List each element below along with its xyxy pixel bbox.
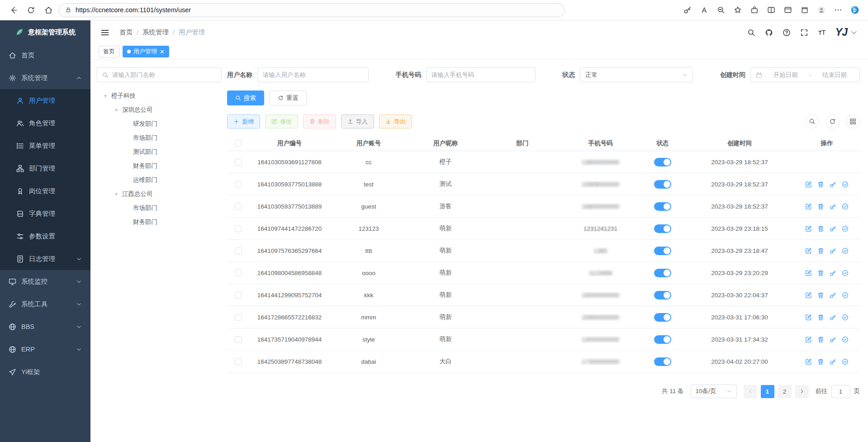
next-page-button[interactable] <box>795 385 809 398</box>
assign-role-icon[interactable] <box>842 314 849 321</box>
browser-profile-avatar[interactable] <box>817 6 825 14</box>
tab-home[interactable]: 首页 ✕ <box>99 46 119 57</box>
row-checkbox[interactable] <box>235 292 242 299</box>
status-toggle[interactable] <box>654 335 671 344</box>
edit-icon[interactable] <box>805 292 812 299</box>
tab-user-mgmt[interactable]: 用户管理 ✕ <box>123 46 169 57</box>
tree-node[interactable]: ▾ 江西总公司 <box>97 187 222 201</box>
department-search-input[interactable] <box>112 71 216 78</box>
page-size-select[interactable]: 10条/页 <box>691 385 737 398</box>
sidebar-item-home[interactable]: 首页 <box>0 44 90 67</box>
reset-password-icon[interactable] <box>830 292 836 299</box>
assign-role-icon[interactable] <box>842 203 849 210</box>
reset-password-icon[interactable] <box>830 314 836 321</box>
reset-button[interactable]: 重置 <box>270 90 307 105</box>
assign-role-icon[interactable] <box>842 358 849 365</box>
row-checkbox[interactable] <box>235 270 242 276</box>
assign-role-icon[interactable] <box>842 336 849 343</box>
phone-input[interactable] <box>432 71 530 78</box>
search-icon[interactable] <box>747 29 755 37</box>
status-toggle[interactable] <box>654 313 671 322</box>
edit-icon[interactable] <box>805 247 812 254</box>
password-icon[interactable] <box>683 6 692 14</box>
tree-node[interactable]: ▾ 研发部门 <box>97 117 222 131</box>
status-toggle[interactable] <box>654 357 671 366</box>
status-select[interactable]: 正常 <box>580 67 693 82</box>
reset-password-icon[interactable] <box>830 203 836 210</box>
row-checkbox[interactable] <box>235 314 242 321</box>
copilot-icon[interactable] <box>851 6 859 14</box>
delete-button[interactable]: 删除 <box>303 114 336 128</box>
breadcrumb-item[interactable]: 系统管理 <box>142 28 169 37</box>
sidebar-item-log-mgmt[interactable]: 日志管理 <box>0 247 90 270</box>
github-icon[interactable] <box>765 29 773 37</box>
assign-role-icon[interactable] <box>842 225 849 232</box>
favorite-icon[interactable] <box>734 6 742 14</box>
username-input[interactable] <box>263 71 363 78</box>
reset-password-icon[interactable] <box>830 247 836 254</box>
sidebar-item-yi-framework[interactable]: Yi框架 <box>0 361 90 383</box>
search-button[interactable]: 搜索 <box>227 90 264 105</box>
zoom-icon[interactable] <box>717 6 725 14</box>
delete-icon[interactable] <box>817 358 824 365</box>
breadcrumb-item[interactable]: 用户管理 <box>179 28 205 37</box>
sidebar-item-bbs[interactable]: BBS <box>0 315 90 338</box>
tree-node[interactable]: ▾ 市场部门 <box>97 201 222 215</box>
delete-icon[interactable] <box>817 247 824 254</box>
help-icon[interactable] <box>783 29 791 37</box>
status-toggle[interactable] <box>654 247 671 255</box>
reset-password-icon[interactable] <box>830 181 836 188</box>
reset-password-icon[interactable] <box>830 225 836 232</box>
edit-icon[interactable] <box>805 181 812 188</box>
status-toggle[interactable] <box>654 291 671 299</box>
table-tool-button[interactable] <box>825 114 840 128</box>
user-avatar[interactable]: YJ <box>835 26 858 38</box>
tree-node[interactable]: ▾ 运维部门 <box>97 173 222 187</box>
collections-icon[interactable] <box>801 6 809 14</box>
tree-node[interactable]: ▾ 橙子科技 <box>97 89 222 103</box>
tree-node[interactable]: ▾ 测试部门 <box>97 145 222 159</box>
reload-icon[interactable] <box>27 6 35 14</box>
sidebar-item-dept-mgmt[interactable]: 部门管理 <box>0 157 90 180</box>
delete-icon[interactable] <box>817 292 824 299</box>
row-checkbox[interactable] <box>235 336 242 343</box>
edit-icon[interactable] <box>805 336 812 343</box>
edit-icon[interactable] <box>805 270 812 276</box>
tree-node[interactable]: ▾ 财务部门 <box>97 159 222 173</box>
sidebar-item-param-settings[interactable]: 参数设置 <box>0 225 90 247</box>
table-tool-button[interactable] <box>805 114 819 128</box>
caret-down-icon[interactable]: ▾ <box>112 107 120 113</box>
split-screen-icon[interactable] <box>767 6 775 14</box>
select-all-checkbox[interactable] <box>235 140 242 147</box>
table-tool-button[interactable] <box>846 114 860 128</box>
status-toggle[interactable] <box>654 269 671 277</box>
reset-password-icon[interactable] <box>830 270 836 276</box>
tree-node[interactable]: ▾ 财务部门 <box>97 215 222 229</box>
sidebar-item-menu-mgmt[interactable]: 菜单管理 <box>0 134 90 157</box>
status-toggle[interactable] <box>654 158 671 166</box>
row-checkbox[interactable] <box>235 181 242 188</box>
close-tab-icon[interactable]: ✕ <box>160 49 165 55</box>
assign-role-icon[interactable] <box>842 292 849 299</box>
sidebar-item-user-mgmt[interactable]: 用户管理 <box>0 89 90 112</box>
assign-role-icon[interactable] <box>842 181 849 188</box>
sidebar-item-role-mgmt[interactable]: 角色管理 <box>0 112 90 134</box>
sidebar-item-post-mgmt[interactable]: 岗位管理 <box>0 180 90 202</box>
status-toggle[interactable] <box>654 180 671 189</box>
sidebar-item-erp[interactable]: ERP <box>0 338 90 361</box>
delete-icon[interactable] <box>817 181 824 188</box>
sidebar-item-dict-mgmt[interactable]: 字典管理 <box>0 202 90 225</box>
status-toggle[interactable] <box>654 224 671 233</box>
address-bar[interactable]: https://ccnetcore.com:1101/system/user <box>58 3 565 17</box>
sidebar-item-system[interactable]: 系统管理 <box>0 67 90 89</box>
home-icon[interactable] <box>44 6 53 14</box>
reset-password-icon[interactable] <box>830 336 836 343</box>
export-button[interactable]: 导出 <box>379 114 412 128</box>
delete-icon[interactable] <box>817 270 824 276</box>
assign-role-icon[interactable] <box>842 270 849 276</box>
reset-password-icon[interactable] <box>830 358 836 365</box>
delete-icon[interactable] <box>817 225 824 232</box>
row-checkbox[interactable] <box>235 225 242 232</box>
sidebar-item-monitor[interactable]: 系统监控 <box>0 270 90 293</box>
back-icon[interactable] <box>9 6 18 14</box>
